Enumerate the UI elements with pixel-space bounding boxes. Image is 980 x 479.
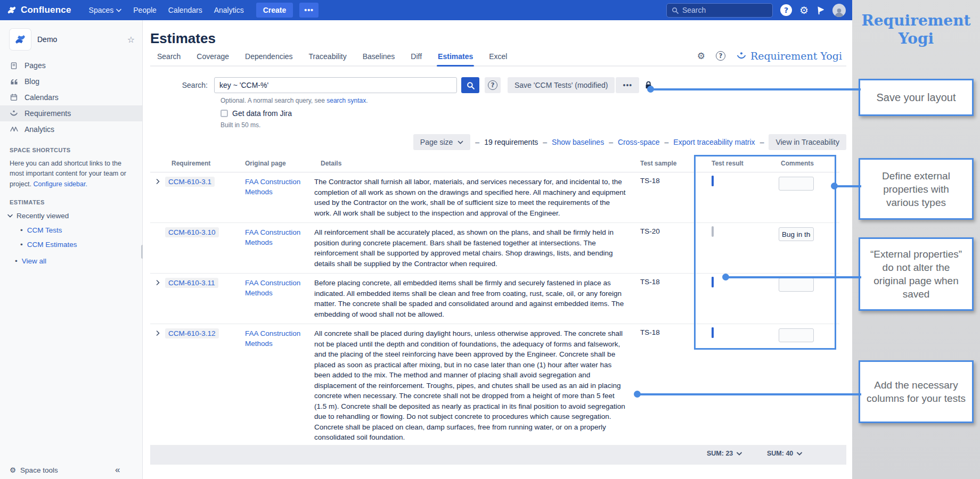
confluence-brand[interactable]: Confluence (6, 5, 71, 15)
promo-title: Requirement Yogi (852, 0, 980, 48)
confluence-logo-icon (6, 5, 17, 15)
question-icon: ? (488, 80, 497, 90)
tab-estimates[interactable]: Estimates (438, 52, 473, 61)
space-shortcuts-heading: SPACE SHORTCUTS (10, 147, 133, 153)
original-page-link[interactable]: FAA Construction Methods (236, 177, 314, 197)
recently-viewed-toggle[interactable]: Recently viewed (7, 212, 133, 220)
help-icon[interactable]: ? (780, 4, 792, 16)
test-sample-value: TS-18 (634, 328, 696, 336)
configure-sidebar-link[interactable]: Configure sidebar. (33, 180, 87, 188)
recent-item-link[interactable]: CCM Estimates (27, 241, 77, 249)
export-traceability-link[interactable]: Export traceability matrix (673, 138, 755, 146)
tab-excel[interactable]: Excel (489, 52, 507, 61)
original-page-link[interactable]: FAA Construction Methods (236, 278, 314, 298)
sidebar-item-analytics[interactable]: Analytics (0, 121, 142, 137)
requirement-key-link[interactable]: CCM-610-3.12 (165, 328, 219, 338)
test-result-checkbox[interactable] (712, 277, 714, 287)
sidebar-item-requirements[interactable]: Requirements (0, 105, 142, 121)
requirement-key-link[interactable]: CCM-610-3.10 (165, 227, 219, 237)
requirement-key-link[interactable]: CCM-610-3.11 (165, 278, 218, 288)
search-label: Search: (150, 81, 214, 89)
save-more-button[interactable]: ••• (616, 77, 639, 93)
space-tools[interactable]: ⚙ Space tools (10, 466, 58, 474)
top-nav: Confluence Spaces People Calendars Analy… (0, 0, 852, 20)
sidebar-item-blog[interactable]: Blog (0, 73, 142, 89)
requirement-details: The Contractor shall furnish all labor, … (314, 177, 634, 218)
view-all-link[interactable]: View all (22, 257, 46, 265)
query-help-button[interactable]: ? (485, 77, 501, 93)
space-shortcuts-text: Here you can add shortcut links to the m… (10, 159, 133, 189)
search-form: Search: ? Save 'CCM Tests' (modified) ••… (150, 77, 846, 129)
show-baselines-link[interactable]: Show baselines (552, 138, 604, 146)
comment-input[interactable] (779, 328, 814, 342)
recent-item-link[interactable]: CCM Tests (27, 226, 62, 234)
nav-more-button[interactable]: ••• (299, 3, 318, 18)
jira-checkbox-label: Get data from Jira (232, 109, 292, 118)
expand-row-icon[interactable] (150, 328, 165, 336)
expand-row-icon[interactable] (150, 177, 165, 184)
search-syntax-link[interactable]: search syntax (326, 97, 366, 104)
test-sample-value: TS-18 (634, 177, 696, 185)
star-icon[interactable]: ☆ (127, 35, 135, 45)
gear-icon[interactable]: ⚙ (799, 5, 808, 15)
page-size-dropdown[interactable]: Page size (413, 134, 470, 150)
nav-item-people[interactable]: People (133, 6, 157, 14)
save-layout-button[interactable]: Save 'CCM Tests' (modified) (508, 77, 615, 93)
help-circle-icon[interactable]: ? (716, 51, 725, 61)
tab-dependencies[interactable]: Dependencies (245, 52, 293, 61)
avatar[interactable] (832, 4, 846, 17)
blog-icon (10, 78, 18, 85)
analytics-icon (10, 126, 18, 133)
requirement-key-link[interactable]: CCM-610-3.1 (165, 177, 215, 187)
comment-input[interactable] (779, 177, 814, 191)
recent-item-ccm-tests[interactable]: •CCM Tests (20, 226, 133, 234)
space-logo (10, 29, 31, 50)
header-details: Details (314, 160, 634, 167)
comment-input[interactable] (779, 227, 814, 241)
global-search-input[interactable] (682, 6, 762, 14)
original-page-link[interactable]: FAA Construction Methods (236, 227, 314, 247)
chevron-down-icon (737, 452, 742, 456)
view-all[interactable]: •View all (15, 257, 133, 265)
cross-space-link[interactable]: Cross-space (618, 138, 660, 146)
collapse-sidebar-button[interactable]: « (115, 465, 120, 475)
notification-flag-icon[interactable] (816, 6, 825, 15)
tab-baselines[interactable]: Baselines (363, 52, 395, 61)
table-row: CCM-610-3.12 FAA Construction Methods Al… (150, 324, 839, 445)
separator: – (475, 138, 479, 146)
create-button[interactable]: Create (256, 3, 293, 18)
sidebar-item-label: Calendars (24, 93, 59, 102)
tab-coverage[interactable]: Coverage (197, 52, 229, 61)
test-result-checkbox[interactable] (712, 176, 714, 186)
requirement-yogi-link[interactable]: Requirement Yogi (736, 50, 842, 62)
tab-traceability[interactable]: Traceability (309, 52, 347, 61)
view-in-traceability-button[interactable]: View in Traceability (769, 134, 846, 150)
requirements-table: Requirement Original page Details Test s… (150, 154, 846, 445)
tab-diff[interactable]: Diff (411, 52, 422, 61)
requirement-details: All reinforcement shall be accurately pl… (314, 227, 634, 269)
global-search[interactable] (666, 3, 773, 18)
test-result-checkbox[interactable] (712, 226, 714, 237)
tab-search[interactable]: Search (157, 52, 181, 61)
sum-test-result-dropdown[interactable]: SUM: 23 (707, 450, 742, 457)
original-page-link[interactable]: FAA Construction Methods (236, 328, 314, 349)
recent-item-ccm-estimates[interactable]: •CCM Estimates (20, 241, 133, 249)
nav-item-spaces[interactable]: Spaces (89, 6, 122, 14)
bullet: • (20, 241, 23, 249)
sidebar-item-calendars[interactable]: Calendars (0, 89, 142, 105)
nav-item-calendars[interactable]: Calendars (168, 6, 202, 14)
search-icon (672, 7, 679, 14)
comment-input[interactable] (779, 278, 814, 292)
settings-gear-icon[interactable]: ⚙ (697, 51, 705, 61)
sidebar-item-pages[interactable]: Pages (0, 57, 142, 73)
table-footer: SUM: 23 SUM: 40 (150, 445, 846, 465)
sum-comments-dropdown[interactable]: SUM: 40 (767, 450, 802, 457)
nav-item-analytics[interactable]: Analytics (214, 6, 244, 14)
expand-row-icon[interactable] (150, 278, 165, 285)
test-result-checkbox[interactable] (712, 327, 714, 338)
estimates-heading: ESTIMATES (10, 199, 133, 205)
jira-checkbox[interactable] (220, 110, 228, 117)
callout-no-alter-page: “External properties” do not alter the o… (859, 237, 974, 311)
run-search-button[interactable] (461, 77, 479, 93)
query-input[interactable] (214, 77, 457, 93)
